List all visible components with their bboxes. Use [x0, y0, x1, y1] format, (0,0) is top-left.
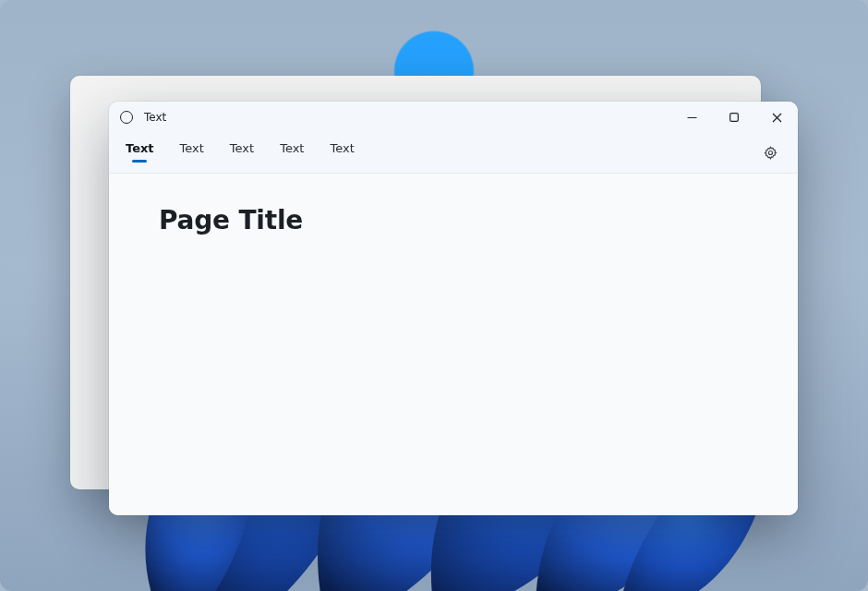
caption-buttons [670, 102, 798, 133]
tab-label: Text [230, 141, 254, 155]
tab-0[interactable]: Text [124, 139, 156, 167]
tab-4[interactable]: Text [328, 139, 356, 167]
svg-point-4 [768, 151, 772, 154]
close-button[interactable] [755, 102, 798, 133]
close-icon [772, 113, 782, 123]
selected-tab-indicator [132, 160, 147, 163]
maximize-icon [729, 113, 739, 122]
tab-strip: Text Text Text Text Text [109, 133, 798, 174]
tab-2[interactable]: Text [228, 139, 256, 167]
minimize-button[interactable] [670, 102, 713, 133]
app-title: Text [144, 111, 166, 124]
gear-icon [763, 145, 778, 161]
tab-label: Text [280, 141, 304, 155]
titlebar[interactable]: Text [109, 102, 798, 133]
settings-button[interactable] [755, 139, 785, 168]
app-window: Text Text Text Text [109, 102, 798, 515]
minimize-icon [687, 113, 697, 123]
tab-label: Text [126, 141, 154, 155]
tabstrip-actions [755, 139, 798, 168]
tab-label: Text [180, 141, 204, 155]
tab-1[interactable]: Text [178, 139, 206, 167]
page-content: Page Title [109, 174, 798, 515]
tab-label: Text [330, 141, 354, 155]
page-title: Page Title [159, 205, 748, 235]
app-icon [120, 111, 133, 124]
svg-rect-1 [730, 114, 739, 122]
maximize-button[interactable] [713, 102, 755, 133]
tab-3[interactable]: Text [278, 139, 306, 167]
